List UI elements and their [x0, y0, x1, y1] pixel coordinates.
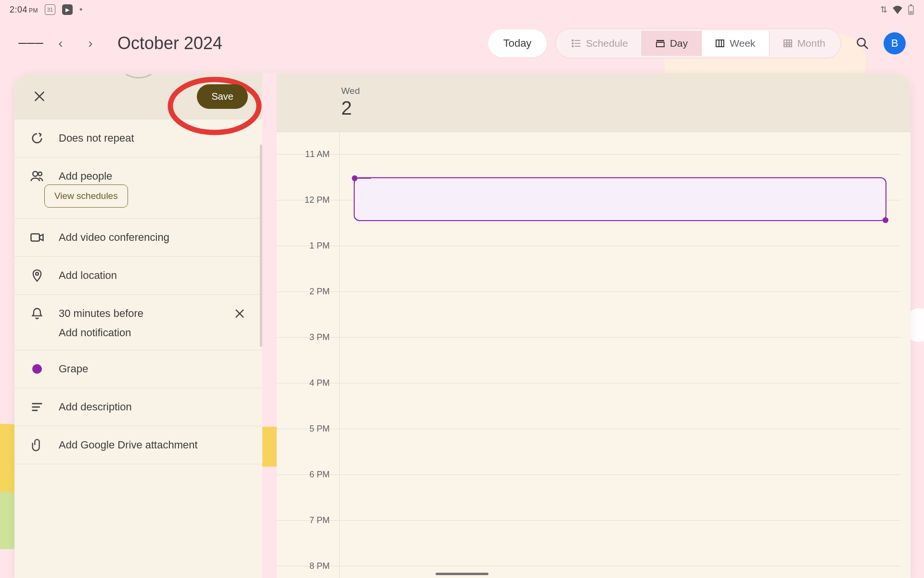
schedule-icon [571, 39, 581, 48]
status-bar: 2:04PM 31 ▶ • ⇅ [0, 0, 924, 19]
svg-line-20 [864, 45, 868, 49]
hour-line [277, 246, 901, 291]
row-notification[interactable]: 30 minutes before [14, 295, 262, 327]
color-dot-icon [29, 361, 45, 377]
near-share-icon: ⇅ [880, 4, 887, 15]
svg-rect-6 [575, 43, 580, 44]
svg-rect-10 [656, 42, 664, 47]
video-label: Add video conferencing [59, 231, 248, 244]
hour-label: 11 AM [277, 149, 339, 159]
day-of-week: Wed [341, 86, 360, 96]
svg-rect-26 [31, 234, 40, 241]
bell-icon [29, 305, 45, 322]
edit-header: Save [14, 73, 262, 119]
repeat-icon [29, 130, 45, 146]
svg-rect-8 [575, 46, 580, 47]
view-month[interactable]: Month [770, 31, 839, 56]
hour-line [277, 429, 901, 474]
search-button[interactable] [850, 31, 875, 56]
hour-line [277, 383, 901, 429]
attachment-icon [29, 437, 45, 453]
hour-line [277, 337, 901, 383]
status-dot-icon: • [79, 5, 82, 15]
hour-label: 7 PM [277, 515, 339, 525]
hour-label: 6 PM [277, 470, 339, 480]
edit-body[interactable]: Does not repeat Add people View schedule… [14, 119, 262, 578]
day-grid[interactable]: 11 AM12 PM1 PM2 PM3 PM4 PM5 PM6 PM7 PM8 … [277, 132, 911, 578]
description-label: Add description [59, 401, 248, 413]
hour-line [277, 291, 901, 337]
app-bar: ‹ › October 2024 Today Schedule Day W [0, 24, 924, 63]
hour-line [277, 520, 901, 566]
today-button[interactable]: Today [488, 29, 547, 57]
row-color[interactable]: Grape [14, 350, 262, 388]
view-schedule[interactable]: Schedule [558, 31, 642, 56]
repeat-label: Does not repeat [59, 132, 248, 144]
row-people[interactable]: Add people [14, 158, 262, 188]
youtube-icon: ▶ [62, 4, 73, 15]
event-resize-start-handle[interactable] [352, 175, 358, 181]
view-day[interactable]: Day [642, 31, 702, 56]
people-label: Add people [59, 170, 248, 183]
battery-icon [908, 4, 914, 15]
day-header: Wed 2 [277, 73, 911, 132]
color-label: Grape [59, 363, 248, 375]
week-icon [715, 39, 725, 48]
hour-label: 8 PM [277, 561, 339, 571]
row-description[interactable]: Add description [14, 388, 262, 426]
hour-label: 3 PM [277, 332, 339, 342]
collapse-handle-icon[interactable] [124, 73, 153, 81]
svg-rect-1 [910, 4, 912, 6]
hour-label: 1 PM [277, 241, 339, 251]
add-notif-label: Add notification [59, 327, 248, 339]
description-icon [29, 399, 45, 415]
svg-point-27 [36, 273, 38, 276]
event-edit-panel: Save Does not repeat Add people View sch… [14, 73, 262, 578]
event-resize-end-handle[interactable] [883, 217, 888, 223]
main-card: Save Does not repeat Add people View sch… [14, 73, 911, 578]
close-button[interactable] [29, 86, 50, 107]
month-icon [783, 39, 793, 48]
avatar[interactable]: B [884, 32, 906, 54]
svg-rect-11 [716, 40, 724, 47]
day-view: Wed 2 11 AM12 PM1 PM2 PM3 PM4 PM5 PM6 PM… [277, 73, 911, 578]
event-block[interactable] [354, 177, 886, 221]
view-week[interactable]: Week [702, 31, 769, 56]
hour-label: 2 PM [277, 287, 339, 297]
panel-gap [262, 73, 277, 578]
row-video[interactable]: Add video conferencing [14, 219, 262, 257]
svg-rect-7 [572, 45, 574, 47]
remove-notification-button[interactable] [231, 305, 248, 322]
menu-icon[interactable] [18, 31, 43, 56]
svg-rect-3 [572, 39, 574, 41]
view-schedules-button[interactable]: View schedules [44, 184, 128, 208]
row-drive[interactable]: Add Google Drive attachment [14, 426, 262, 464]
svg-rect-4 [575, 40, 580, 41]
notif-label: 30 minutes before [59, 307, 218, 320]
video-icon [29, 229, 45, 246]
hour-label: 4 PM [277, 378, 339, 388]
wifi-icon [892, 5, 903, 14]
day-of-month: 2 [341, 97, 352, 119]
location-label: Add location [59, 269, 248, 282]
hour-line [277, 566, 901, 578]
location-icon [29, 267, 45, 284]
people-icon [29, 168, 45, 184]
home-indicator[interactable] [436, 573, 488, 575]
page-title: October 2024 [117, 33, 222, 53]
view-switcher: Schedule Day Week Month [555, 28, 841, 58]
hour-label: 12 PM [277, 195, 339, 205]
prev-button[interactable]: ‹ [48, 31, 73, 56]
day-column-header[interactable]: Wed 2 [339, 73, 360, 131]
row-repeat[interactable]: Does not repeat [14, 119, 262, 158]
row-add-notification[interactable]: Add notification [14, 327, 262, 350]
svg-rect-5 [572, 42, 574, 44]
next-button[interactable]: › [78, 31, 103, 56]
svg-rect-9 [656, 40, 664, 41]
svg-point-25 [38, 172, 42, 176]
save-button[interactable]: Save [197, 84, 248, 109]
row-location[interactable]: Add location [14, 257, 262, 295]
hour-line [277, 474, 901, 520]
svg-rect-2 [910, 11, 913, 14]
status-time: 2:04PM [10, 5, 38, 15]
